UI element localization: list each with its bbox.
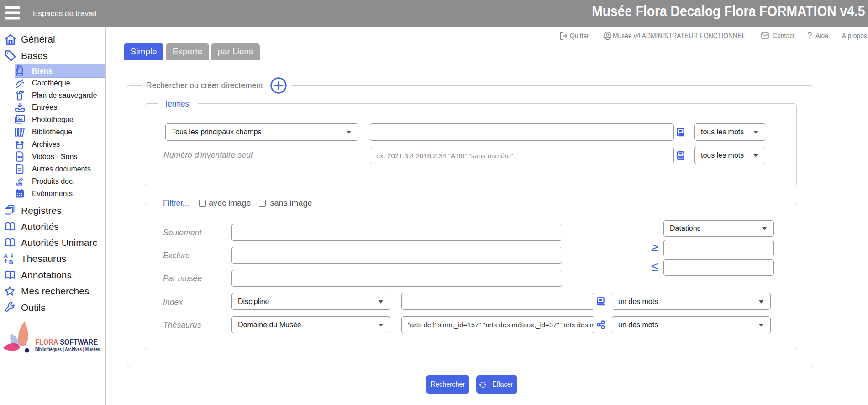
svg-text:B: B	[9, 259, 13, 265]
svg-text:A: A	[4, 253, 8, 260]
